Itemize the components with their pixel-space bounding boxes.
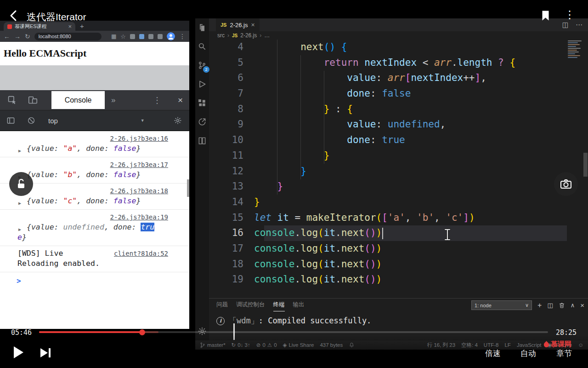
bookmark-button[interactable]: [541, 10, 550, 22]
language-mode-status[interactable]: JavaScript: [517, 342, 542, 348]
console-source-link[interactable]: 2-26.js?b3ea:16: [110, 135, 168, 142]
breadcrumb-folder[interactable]: src: [217, 32, 225, 39]
breadcrumb-file[interactable]: 2-26.js: [240, 32, 257, 39]
line-number[interactable]: 7: [209, 86, 243, 102]
console-entry[interactable]: [WDS] Live client?81da:52Reloading enabl…: [0, 246, 189, 272]
expand-arrow-icon[interactable]: ▶: [18, 224, 21, 235]
editor-scrollbar[interactable]: [583, 153, 588, 177]
extension-icon[interactable]: [130, 34, 135, 39]
clear-console-icon[interactable]: [27, 116, 35, 125]
problems-status[interactable]: ⊘ 0 ⚠ 0: [256, 342, 277, 348]
line-number[interactable]: 9: [209, 117, 243, 132]
code-line[interactable]: 12 }: [209, 164, 588, 179]
line-number[interactable]: 13: [209, 179, 243, 195]
more-tabs-icon[interactable]: »: [111, 96, 115, 105]
console-scrollbar[interactable]: [187, 179, 189, 197]
indentation-status[interactable]: 空格: 4: [461, 342, 478, 349]
live-share-icon[interactable]: [196, 115, 209, 128]
cursor-position-status[interactable]: 行 16, 列 23: [427, 342, 455, 349]
code-line[interactable]: 18console.log(it.next()): [209, 257, 588, 272]
forward-nav-icon[interactable]: →: [14, 33, 21, 40]
playback-speed-button[interactable]: 倍速: [485, 348, 501, 359]
terminal-shell-selector[interactable]: 1: node ∨: [471, 300, 532, 310]
line-number[interactable]: 17: [209, 241, 243, 257]
line-number[interactable]: 12: [209, 164, 243, 179]
split-terminal-icon[interactable]: ◫: [547, 302, 553, 309]
back-button[interactable]: [8, 9, 20, 22]
console-sidebar-icon[interactable]: [6, 116, 15, 125]
profile-avatar[interactable]: [167, 32, 175, 40]
code-line[interactable]: 10 done: true: [209, 132, 588, 148]
devtools-tab-console[interactable]: Console: [51, 91, 105, 109]
console-prompt[interactable]: >: [0, 272, 189, 285]
address-bar[interactable]: localhost:8080: [34, 33, 102, 40]
search-icon[interactable]: [196, 40, 209, 53]
maximize-panel-icon[interactable]: ∧: [571, 302, 575, 309]
bookmark-star-icon[interactable]: ☆: [120, 33, 126, 40]
console-source-link[interactable]: client?81da:52: [114, 248, 168, 259]
expand-arrow-icon[interactable]: ▶: [18, 198, 21, 208]
code-line[interactable]: 9 value: undefined,: [209, 117, 588, 132]
run-debug-icon[interactable]: [196, 78, 209, 91]
code-editor[interactable]: 4 next() {5 return nextIndex < arr.lengt…: [209, 40, 588, 298]
close-panel-icon[interactable]: ×: [580, 301, 584, 309]
extensions-icon[interactable]: [196, 97, 209, 109]
source-control-icon[interactable]: 2: [196, 59, 209, 72]
feedback-icon[interactable]: ☺: [578, 342, 583, 348]
console-source-link[interactable]: 2-26.js?b3ea:19: [110, 213, 168, 221]
progress-knob[interactable]: [139, 329, 145, 335]
next-episode-button[interactable]: [40, 348, 51, 357]
code-line[interactable]: 4 next() {: [209, 40, 588, 55]
code-line[interactable]: 5 return nextIndex < arr.length ? {: [209, 55, 588, 71]
line-number[interactable]: 11: [209, 148, 243, 164]
console-settings-icon[interactable]: [174, 116, 182, 125]
play-button[interactable]: [14, 346, 23, 358]
context-dropdown-icon[interactable]: ▼: [141, 118, 145, 123]
line-number[interactable]: 18: [209, 257, 243, 272]
code-line[interactable]: 15let it = makeIterator(['a', 'b', 'c']): [209, 210, 588, 226]
apps-grid-icon[interactable]: ▦: [111, 33, 116, 40]
tab-output[interactable]: 输出: [293, 299, 305, 311]
device-toolbar-icon[interactable]: [28, 95, 38, 105]
line-number[interactable]: 16: [209, 225, 243, 241]
browser-menu-icon[interactable]: ⋮: [179, 33, 186, 40]
more-options-button[interactable]: ⋮: [564, 8, 575, 21]
context-selector[interactable]: top: [48, 117, 58, 125]
code-line[interactable]: 11 }: [209, 148, 588, 164]
console-source-link[interactable]: 2-26.js?b3ea:17: [110, 161, 168, 168]
tab-close-icon[interactable]: ×: [68, 23, 72, 30]
git-branch-status[interactable]: master*: [200, 342, 226, 349]
docs-icon[interactable]: [196, 134, 209, 147]
screenshot-camera-button[interactable]: [554, 172, 578, 196]
chapters-button[interactable]: 章节: [556, 348, 572, 359]
split-editor-icon[interactable]: ◫: [562, 21, 569, 29]
progress-bar[interactable]: [39, 331, 548, 333]
console-source-link[interactable]: 2-26.js?b3ea:18: [110, 187, 168, 195]
code-line[interactable]: 19console.log(it.next()): [209, 272, 588, 288]
encoding-status[interactable]: UTF-8: [484, 342, 499, 348]
unlock-controls-button[interactable]: [9, 172, 33, 196]
tab-close-icon[interactable]: ×: [251, 21, 255, 29]
code-line[interactable]: 7 done: false: [209, 86, 588, 102]
console-entry[interactable]: 2-26.js?b3ea:19▶{value: undefined, done:…: [0, 210, 189, 246]
extension-icon[interactable]: [148, 34, 153, 39]
line-number[interactable]: 8: [209, 102, 243, 117]
line-number[interactable]: 19: [209, 272, 243, 288]
code-line[interactable]: 8 } : {: [209, 102, 588, 117]
explorer-icon[interactable]: [196, 21, 209, 34]
tab-terminal[interactable]: 终端: [273, 299, 285, 311]
line-number[interactable]: 6: [209, 70, 243, 86]
code-line[interactable]: 17console.log(it.next()): [209, 241, 588, 257]
reload-icon[interactable]: ↻: [25, 33, 30, 40]
back-nav-icon[interactable]: ←: [4, 33, 10, 40]
live-share-status[interactable]: ◈ Live Share: [283, 342, 314, 348]
breadcrumb-symbol[interactable]: …: [264, 32, 270, 39]
code-line[interactable]: 6 value: arr[nextIndex++],: [209, 70, 588, 86]
kill-terminal-icon[interactable]: [559, 302, 565, 309]
expand-arrow-icon[interactable]: ▶: [18, 146, 21, 156]
tab-problems[interactable]: 问题: [216, 299, 228, 311]
editor-tab[interactable]: JS 2-26.js ×: [216, 18, 260, 31]
notifications-bell[interactable]: [349, 342, 355, 348]
devtools-close-icon[interactable]: ×: [178, 95, 183, 105]
tab-debug-console[interactable]: 调试控制台: [236, 299, 265, 311]
